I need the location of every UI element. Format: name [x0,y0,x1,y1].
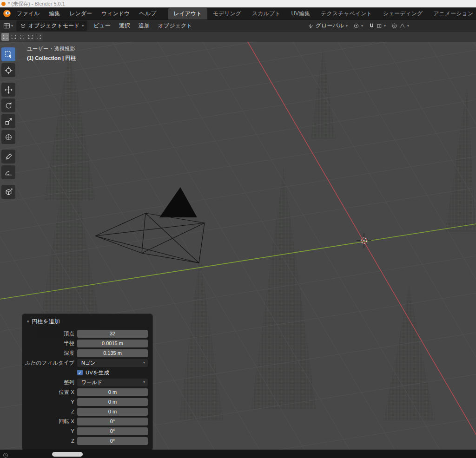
op-row-depth: 深度0.135 m [22,348,152,358]
cursor-icon [5,66,13,74]
op-row-align: 整列ワールド▾ [22,378,152,387]
timeline-bar [0,450,476,458]
chevron-down-icon: ▾ [407,24,409,28]
transform-orientation-dropdown[interactable]: グローバル ▾ [308,22,348,30]
viewport-menu-select[interactable]: 選択 [115,20,134,32]
select-mode-buttons [1,33,43,41]
op-value-rotation-y: 0° [110,428,115,434]
operator-panel-title: 円柱を追加 [32,318,60,326]
op-field-rotation-x[interactable]: 0° [77,418,148,425]
op-row-cap-fill-type: ふたのフィルタイプNゴン▾ [22,358,152,367]
workspace-tab-shading[interactable]: シェーディング [378,8,428,20]
orientation-label: グローバル [316,22,344,30]
proportional-editing-controls[interactable]: ▾ [391,23,409,29]
3d-cursor [357,233,371,248]
workspace-tabs: レイアウトモデリングスカルプトUV編集テクスチャペイントシェーディングアニメーシ… [168,8,474,20]
op-field-cap-fill-type[interactable]: Nゴン▾ [77,359,148,367]
tool-select-box-button[interactable] [1,47,15,61]
op-field-location-y[interactable]: 0 m [77,398,148,406]
op-field-depth[interactable]: 0.135 m [77,349,148,357]
op-label-vertices: 頂点 [22,330,74,337]
select-intersect-icon[interactable] [35,33,43,41]
proportional-editing-icon [391,23,397,29]
move-icon [5,86,13,94]
chevron-down-icon: ▾ [346,24,348,28]
tool-add-primitive-button[interactable] [1,185,15,199]
tool-scale-button[interactable] [1,114,15,128]
pivot-point-icon [353,23,359,29]
viewport-3d[interactable]: ユーザー・透視投影 (1) Collection | 円柱 ▾ 円柱を追加 頂点… [0,42,476,450]
viewport-menu-object[interactable]: オブジェクト [154,20,197,32]
select-extend-icon[interactable] [10,33,18,41]
workspace-tab-layout[interactable]: レイアウト [168,8,207,20]
workspace-tab-texture-paint[interactable]: テクスチャペイント [316,8,377,20]
workspace-tab-modeling[interactable]: モデリング [208,8,246,20]
op-label-rotation-z: Z [22,438,74,444]
viewport-menu-add[interactable]: 追加 [134,20,154,32]
editor-type-button[interactable]: ▾ [2,21,14,30]
workspace-tab-sculpting[interactable]: スカルプト [247,8,285,20]
pivot-point-dropdown[interactable]: ▾ [353,23,363,29]
operator-panel[interactable]: ▾ 円柱を追加 頂点32半径0.0015 m深度0.135 mふたのフィルタイプ… [22,314,152,450]
topbar: ファイル編集レンダーウィンドウヘルプ レイアウトモデリングスカルプトUV編集テク… [0,7,476,20]
object-mode-icon [20,23,26,29]
menu-file[interactable]: ファイル [12,8,44,20]
magnet-icon [369,23,375,29]
op-value-cap-fill-type: Nゴン [81,360,95,366]
op-value-location-z: 0 m [108,409,117,414]
viewport-header: ▾ オブジェクトモード ▾ ビュー選択追加オブジェクト グローバル ▾ ▾ ▾ … [0,20,476,32]
mode-selector[interactable]: オブジェクトモード ▾ [16,20,87,31]
add-cube-icon [5,188,13,196]
tool-transform-button[interactable] [1,130,15,144]
op-field-align[interactable]: ワールド▾ [77,379,148,386]
workspace-tab-uv-editing[interactable]: UV編集 [286,8,315,20]
select-box-icon [5,51,13,59]
operator-panel-header[interactable]: ▾ 円柱を追加 [22,316,152,329]
workspace-tab-animation[interactable]: アニメーション [428,8,474,20]
falloff-curve-icon [399,23,405,29]
select-subtract-icon[interactable] [18,33,26,41]
op-field-generate-uvs[interactable]: ✓UVを生成 [77,369,152,376]
camera-object[interactable] [95,187,205,263]
op-value-vertices: 32 [110,331,115,336]
select-set-icon[interactable] [1,33,9,41]
menu-edit[interactable]: 編集 [44,8,65,20]
op-field-rotation-z[interactable]: 0° [77,437,148,445]
select-invert-icon[interactable] [26,33,34,41]
editor-type-clock-icon[interactable] [3,451,8,458]
chevron-down-icon: ▾ [82,24,84,28]
viewport-header-menus: ビュー選択追加オブジェクト [89,20,196,32]
op-field-vertices[interactable]: 32 [77,330,148,338]
tool-annotate-button[interactable] [1,150,15,164]
op-field-location-x[interactable]: 0 m [77,388,148,396]
op-row-location-y: Y0 m [22,397,152,406]
op-field-rotation-y[interactable]: 0° [77,427,148,435]
measure-icon [5,169,13,177]
transform-icon [5,133,13,141]
select-subtract-icon [20,35,24,39]
menu-window[interactable]: ウィンドウ [97,8,134,20]
op-row-radius: 半径0.0015 m [22,339,152,348]
checkbox-icon[interactable]: ✓ [77,370,83,375]
select-invert-icon [28,35,33,39]
annotate-icon [5,153,13,161]
snap-controls[interactable]: ▾ [369,23,386,29]
viewport-menu-view[interactable]: ビュー [89,20,115,32]
tool-move-button[interactable] [1,83,15,97]
op-value-radius: 0.0015 m [102,340,123,346]
op-value-depth: 0.135 m [103,350,122,356]
window-title: * (未保存) - Blender 5.0.1 [8,0,65,7]
scale-icon [5,118,13,125]
menu-render[interactable]: レンダー [65,8,97,20]
tool-measure-button[interactable] [1,165,15,179]
tool-rotate-button[interactable] [1,98,15,112]
op-label-location-y: Y [22,399,74,405]
op-field-radius[interactable]: 0.0015 m [77,340,148,347]
menu-help[interactable]: ヘルプ [134,8,161,20]
select-intersect-icon [37,35,41,39]
rotate-icon [5,102,13,110]
op-field-location-z[interactable]: 0 m [77,408,148,416]
timeline-scrollbar[interactable] [52,452,83,457]
blender-logo-icon[interactable] [3,9,11,18]
tool-cursor-button[interactable] [1,63,15,77]
